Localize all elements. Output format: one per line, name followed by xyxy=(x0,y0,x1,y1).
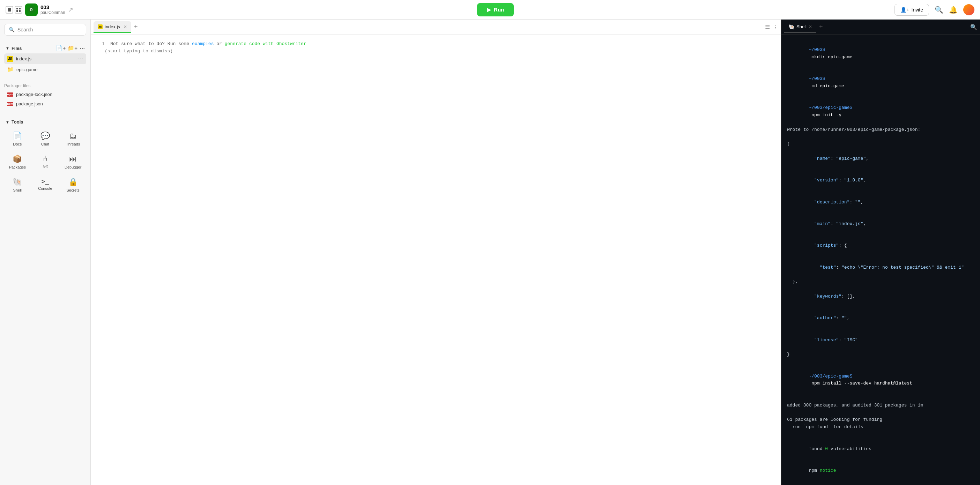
file-item-package-lock[interactable]: npm package-lock.json xyxy=(4,90,86,99)
terminal-search-icon[interactable]: 🔍 xyxy=(970,24,977,30)
console-icon: >_ xyxy=(41,178,49,185)
editor-line-1: 1 Not sure what to do? Run some examples… xyxy=(91,40,781,47)
tools-header: ▼ Tools xyxy=(4,117,86,128)
project-info: 003 paulCoinman xyxy=(40,4,65,15)
topbar-left: R 003 paulCoinman ↗ xyxy=(6,3,96,16)
files-section: ▼ Files 📄+ 📁+ ⋯ JS index.js ⋯ 📁 epic-gam… xyxy=(0,40,91,78)
editor-tabs: JS index.js ✕ + ☰ ⋮ xyxy=(91,19,781,35)
tool-threads-label: Threads xyxy=(66,142,80,146)
folder-item-epic-game[interactable]: 📁 epic-game xyxy=(4,64,86,75)
tool-packages-label: Packages xyxy=(9,165,26,169)
files-section-header[interactable]: ▼ Files 📄+ 📁+ ⋯ xyxy=(4,43,86,53)
examples-link[interactable]: examples xyxy=(192,41,213,46)
debugger-icon: ⏭ xyxy=(69,154,77,164)
new-folder-icon[interactable]: 📁+ xyxy=(68,45,78,51)
tool-secrets-label: Secrets xyxy=(67,188,80,192)
tool-debugger-label: Debugger xyxy=(65,165,81,169)
notification-icon[interactable]: 🔔 xyxy=(949,6,958,14)
term-npm-install: ~/003/epic-game$ npm install --save-dev … xyxy=(787,366,974,394)
term-line-2: ~/003$ cd epic-game xyxy=(787,68,974,97)
tab-indexjs[interactable]: JS index.js ✕ xyxy=(94,21,131,33)
terminal-tabs: 🐚 Shell ✕ + 🔍 xyxy=(781,19,980,35)
shell-icon: 🐚 xyxy=(13,178,22,187)
files-label: Files xyxy=(11,46,22,51)
js-file-icon: JS xyxy=(7,56,13,62)
project-logo: R xyxy=(25,3,38,16)
line-number-1: 1 xyxy=(96,41,105,46)
tool-console-label: Console xyxy=(38,186,52,191)
invite-button[interactable]: 👤+ Invite xyxy=(894,4,929,16)
file-name-package-lock: package-lock.json xyxy=(16,92,83,97)
folder-icon: 📁 xyxy=(7,66,14,73)
terminal-area: 🐚 Shell ✕ + 🔍 ~/003$ mkdir epic-game ~/0… xyxy=(781,19,980,485)
sidebar-search-area: 🔍 xyxy=(0,19,91,40)
tool-git[interactable]: ⑃ Git xyxy=(32,151,59,173)
tools-grid: 📄 Docs 💬 Chat 🗂 Threads 📦 Packages ⑃ xyxy=(4,128,86,196)
ghostwriter-link[interactable]: generate code with Ghostwriter xyxy=(225,41,306,46)
tool-threads[interactable]: 🗂 Threads xyxy=(60,128,86,150)
term-json-open: { xyxy=(787,141,974,148)
file-name-package-json: package.json xyxy=(16,101,83,107)
chevron-down-icon-tools: ▼ xyxy=(6,120,10,124)
tools-label: Tools xyxy=(11,119,23,124)
username: paulCoinman xyxy=(40,10,65,15)
tool-git-label: Git xyxy=(43,164,48,168)
user-avatar[interactable] xyxy=(963,4,974,15)
tab-close-indexjs[interactable]: ✕ xyxy=(124,24,127,29)
term-line-3: ~/003/epic-game$ npm init -y xyxy=(787,97,974,126)
line-content-1: Not sure what to do? Run some examples o… xyxy=(110,41,306,46)
file-menu-icon[interactable]: ⋯ xyxy=(78,56,83,62)
tab-js-icon: JS xyxy=(98,24,103,29)
grid-icon[interactable] xyxy=(15,6,22,14)
topbar-center: Run xyxy=(100,3,890,16)
editor-menu-icon[interactable]: ☰ xyxy=(765,24,770,30)
file-name-indexjs: index.js xyxy=(16,56,75,61)
editor-hint: (start typing to dismiss) xyxy=(91,49,781,54)
share-icon[interactable]: ↗ xyxy=(68,6,73,14)
tool-chat[interactable]: 💬 Chat xyxy=(32,128,59,150)
tool-console[interactable]: >_ Console xyxy=(32,174,59,196)
search-icon[interactable]: 🔍 xyxy=(935,6,943,14)
file-item-package-json[interactable]: npm package.json xyxy=(4,99,86,108)
editor-more-icon[interactable]: ⋮ xyxy=(773,24,778,30)
npm-icon: npm xyxy=(7,92,13,97)
terminal-add-tab[interactable]: + xyxy=(819,23,823,31)
editor-area: JS index.js ✕ + ☰ ⋮ 1 Not sure what to d… xyxy=(91,19,781,485)
run-button[interactable]: Run xyxy=(477,3,514,16)
tool-chat-label: Chat xyxy=(41,142,49,146)
editor-content: 1 Not sure what to do? Run some examples… xyxy=(91,35,781,485)
project-id: 003 xyxy=(40,4,65,10)
search-input[interactable] xyxy=(18,27,82,32)
terminal-tab-close[interactable]: ✕ xyxy=(809,24,812,29)
new-file-icon[interactable]: 📄+ xyxy=(56,45,65,51)
term-line-4: Wrote to /home/runner/003/epic-game/pack… xyxy=(787,126,974,134)
search-box[interactable]: 🔍 xyxy=(4,24,86,36)
packager-label: Packager files xyxy=(0,81,91,90)
packager-section: npm package-lock.json npm package.json xyxy=(0,90,91,111)
search-icon: 🔍 xyxy=(9,27,15,32)
threads-icon: 🗂 xyxy=(69,132,77,141)
file-item-indexjs[interactable]: JS index.js ⋯ xyxy=(4,53,86,64)
window-toggle[interactable] xyxy=(6,6,13,14)
tool-shell[interactable]: 🐚 Shell xyxy=(4,174,31,196)
tools-section: ▼ Tools 📄 Docs 💬 Chat 🗂 Threads 📦 xyxy=(0,114,91,199)
tool-debugger[interactable]: ⏭ Debugger xyxy=(60,151,86,173)
tool-secrets[interactable]: 🔒 Secrets xyxy=(60,174,86,196)
packages-icon: 📦 xyxy=(13,154,22,164)
shell-tab-icon: 🐚 xyxy=(788,24,794,30)
main-content: 🔍 ▼ Files 📄+ 📁+ ⋯ JS index.js xyxy=(0,19,980,485)
tool-packages[interactable]: 📦 Packages xyxy=(4,151,31,173)
npm-icon-2: npm xyxy=(7,102,13,106)
terminal-tab-shell[interactable]: 🐚 Shell ✕ xyxy=(784,21,816,33)
terminal-content: ~/003$ mkdir epic-game ~/003$ cd epic-ga… xyxy=(781,35,980,485)
docs-icon: 📄 xyxy=(13,132,22,141)
more-icon[interactable]: ⋯ xyxy=(80,45,85,51)
shell-tab-label: Shell xyxy=(796,24,807,29)
tool-docs-label: Docs xyxy=(13,142,22,146)
chat-icon: 💬 xyxy=(40,132,50,141)
tool-docs[interactable]: 📄 Docs xyxy=(4,128,31,150)
folder-name: epic-game xyxy=(16,67,38,72)
add-tab-button[interactable]: + xyxy=(134,23,138,31)
secrets-icon: 🔒 xyxy=(68,178,78,187)
git-icon: ⑃ xyxy=(43,154,47,162)
